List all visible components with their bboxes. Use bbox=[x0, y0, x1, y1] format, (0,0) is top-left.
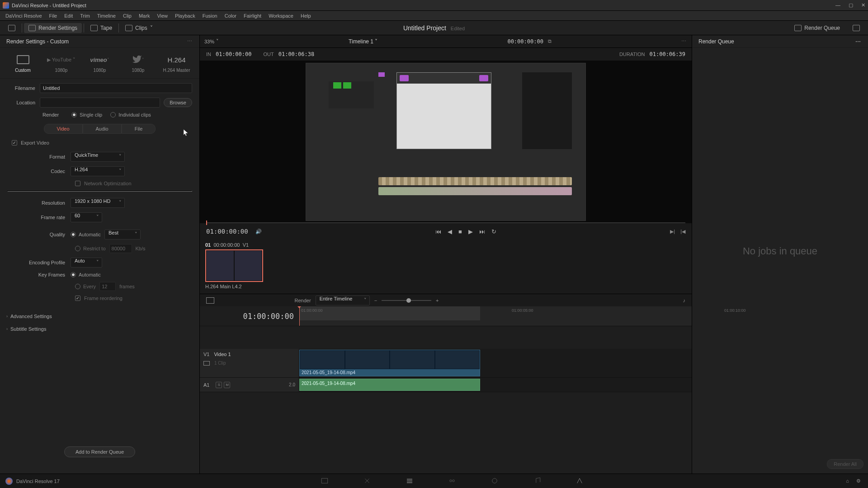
timecode-display[interactable]: 00:00:00:00 bbox=[507, 38, 543, 45]
out-tc[interactable]: 01:00:06:38 bbox=[278, 51, 314, 57]
tc-format-icon[interactable]: ⧉ bbox=[548, 38, 552, 44]
zoom-slider[interactable] bbox=[382, 300, 431, 301]
framerate-select[interactable]: 60 bbox=[71, 212, 102, 222]
page-fairlight[interactable] bbox=[529, 473, 545, 488]
render-scope-select[interactable]: Entire Timeline bbox=[316, 296, 370, 305]
video-track-header[interactable]: V1Video 1 1 Clip bbox=[200, 349, 299, 377]
menu-fusion[interactable]: Fusion bbox=[199, 13, 221, 19]
next-clip-button[interactable]: ⏭ bbox=[479, 228, 485, 235]
preset-vimeo[interactable]: vimeo ˅ 1080p bbox=[81, 52, 118, 75]
quality-best-select[interactable]: Best bbox=[104, 230, 141, 239]
loop-button[interactable]: ↻ bbox=[491, 228, 496, 235]
add-to-render-queue-button[interactable]: Add to Render Queue bbox=[64, 446, 135, 457]
page-edit[interactable] bbox=[402, 473, 417, 488]
location-input[interactable] bbox=[40, 98, 160, 108]
menu-file[interactable]: File bbox=[46, 13, 61, 19]
tab-audio[interactable]: Audio bbox=[83, 124, 122, 134]
play-button[interactable]: ▶ bbox=[468, 228, 473, 235]
tab-file[interactable]: File bbox=[122, 124, 156, 134]
stop-button[interactable]: ■ bbox=[458, 228, 462, 235]
resolution-select[interactable]: 868 x 488 HD bbox=[71, 198, 125, 208]
kf-auto-radio[interactable]: Automatic bbox=[71, 272, 101, 277]
menu-color[interactable]: Color bbox=[221, 13, 240, 19]
menu-fairlight[interactable]: Fairlight bbox=[240, 13, 265, 19]
menu-timeline[interactable]: Timeline bbox=[94, 13, 119, 19]
mute-button[interactable]: M bbox=[224, 382, 230, 388]
encprof-select[interactable]: Auto bbox=[71, 258, 102, 267]
quality-auto-radio[interactable]: Automatic bbox=[71, 232, 101, 237]
go-end-button[interactable]: ▶| bbox=[670, 229, 675, 235]
kf-every-radio[interactable]: Every bbox=[75, 284, 96, 289]
render-settings-button[interactable]: Render Settings bbox=[24, 23, 82, 33]
kf-value-input[interactable] bbox=[99, 282, 116, 291]
timeline-tc[interactable]: 01:00:00:00 bbox=[243, 312, 294, 321]
netopt-check[interactable] bbox=[75, 181, 80, 186]
zoom-out-button[interactable]: − bbox=[374, 298, 377, 303]
settings-button[interactable]: ⚙ bbox=[856, 478, 861, 484]
queue-options[interactable]: ⋯ bbox=[855, 38, 862, 45]
in-tc[interactable]: 01:00:00:00 bbox=[216, 51, 251, 57]
bitrate-input[interactable] bbox=[109, 244, 132, 253]
tab-video[interactable]: Video bbox=[44, 124, 83, 134]
menu-edit[interactable]: Edit bbox=[61, 13, 76, 19]
quality-restrict-radio[interactable]: Restrict to bbox=[75, 246, 106, 251]
page-deliver[interactable] bbox=[572, 473, 587, 488]
prev-clip-button[interactable]: ⏮ bbox=[435, 228, 441, 235]
preset-youtube[interactable]: ▶ YouTube ˅ 1080p bbox=[43, 52, 80, 75]
page-media[interactable] bbox=[317, 473, 332, 488]
track-enable-icon[interactable] bbox=[203, 361, 210, 366]
menu-playback[interactable]: Playback bbox=[171, 13, 199, 19]
render-single-radio[interactable]: Single clip bbox=[71, 112, 102, 117]
filename-input[interactable] bbox=[40, 83, 192, 93]
home-button[interactable]: ⌂ bbox=[846, 478, 849, 484]
viewer-zoom-select[interactable]: 33%˅ bbox=[204, 38, 219, 44]
timeline-view-icon[interactable] bbox=[206, 297, 214, 304]
monitor-toggle[interactable] bbox=[4, 23, 20, 33]
render-queue-button[interactable]: Render Queue bbox=[790, 23, 844, 33]
advanced-settings-expander[interactable]: ›Advanced Settings bbox=[0, 310, 199, 323]
playhead[interactable] bbox=[299, 306, 300, 326]
clips-button[interactable]: Clips ˅ bbox=[121, 23, 157, 33]
page-fusion[interactable] bbox=[444, 473, 460, 488]
zoom-in-button[interactable]: + bbox=[436, 298, 439, 303]
menu-help[interactable]: Help bbox=[297, 13, 315, 19]
frame-reorder-check[interactable] bbox=[75, 296, 80, 301]
expand-button[interactable] bbox=[848, 23, 864, 33]
preset-custom[interactable]: Custom bbox=[5, 52, 41, 75]
render-all-button[interactable]: Render All bbox=[827, 459, 863, 469]
preset-twitter[interactable]: ˅ 1080p bbox=[120, 52, 156, 75]
format-select[interactable]: QuickTime bbox=[71, 152, 125, 162]
viewer-options[interactable]: ⋯ bbox=[681, 38, 687, 44]
menu-view[interactable]: View bbox=[153, 13, 171, 19]
menu-workspace[interactable]: Workspace bbox=[265, 13, 297, 19]
volume-icon[interactable]: 🔊 bbox=[255, 229, 262, 235]
timeline-name[interactable]: Timeline 1 ˅ bbox=[349, 38, 377, 45]
preset-h264[interactable]: H.264 H.264 Master bbox=[158, 52, 195, 75]
solo-button[interactable]: S bbox=[216, 382, 222, 388]
go-start-button[interactable]: |◀ bbox=[680, 229, 685, 235]
panel-options-button[interactable]: ⋯ bbox=[187, 38, 193, 44]
clip-thumbnail[interactable] bbox=[205, 249, 263, 282]
menu-mark[interactable]: Mark bbox=[135, 13, 153, 19]
tape-button[interactable]: Tape bbox=[86, 23, 117, 33]
audio-clip[interactable]: 2021-05-05_19-14-08.mp4 bbox=[299, 379, 480, 391]
audio-track-header[interactable]: A1 SM 2.0 bbox=[200, 378, 299, 392]
minimize-button[interactable]: — bbox=[835, 2, 840, 8]
timeline-ruler[interactable]: 01:00:00:00 01:00:05:00 01:00:10:00 bbox=[299, 306, 692, 326]
maximize-button[interactable]: ▢ bbox=[849, 2, 853, 8]
menu-clip[interactable]: Clip bbox=[119, 13, 135, 19]
codec-select[interactable]: H.264 bbox=[71, 166, 125, 176]
subtitle-settings-expander[interactable]: ›Subtitle Settings bbox=[0, 323, 199, 335]
viewer-scrubber[interactable] bbox=[206, 222, 685, 223]
render-individual-radio[interactable]: Individual clips bbox=[110, 112, 151, 117]
viewer[interactable] bbox=[200, 61, 692, 223]
video-clip[interactable]: 2021-05-05_19-14-08.mp4 bbox=[299, 350, 480, 376]
page-cut[interactable] bbox=[359, 473, 375, 488]
close-button[interactable]: ✕ bbox=[861, 2, 865, 8]
page-color[interactable] bbox=[487, 473, 502, 488]
export-video-check[interactable] bbox=[12, 140, 17, 145]
browse-button[interactable]: Browse bbox=[164, 98, 192, 107]
step-back-button[interactable]: ◀ bbox=[448, 228, 452, 235]
menu-davinci[interactable]: DaVinci Resolve bbox=[2, 13, 46, 19]
audio-waveform-icon[interactable]: ♪ bbox=[683, 298, 686, 303]
